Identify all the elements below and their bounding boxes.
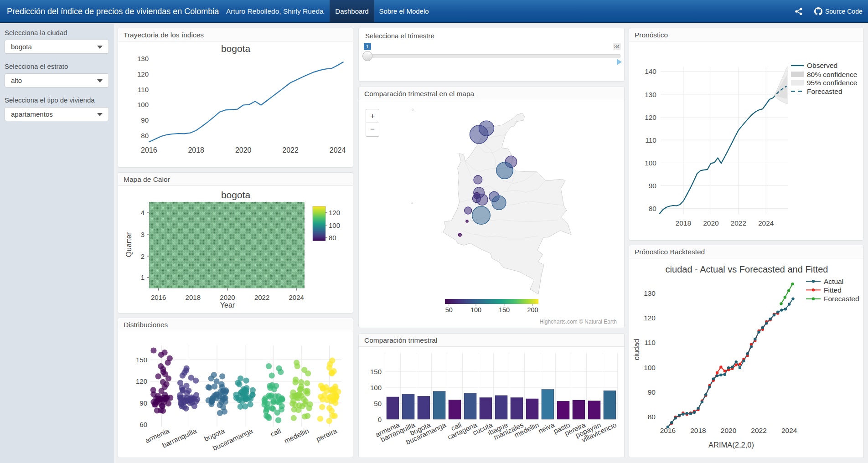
svg-text:50: 50 <box>445 306 453 314</box>
svg-text:80: 80 <box>141 132 149 139</box>
svg-text:2018: 2018 <box>690 427 706 434</box>
svg-text:120: 120 <box>137 70 149 78</box>
svg-text:2018: 2018 <box>676 219 691 227</box>
svg-text:80: 80 <box>649 205 657 212</box>
svg-text:50: 50 <box>374 400 382 407</box>
svg-text:2024: 2024 <box>289 293 304 301</box>
svg-text:2022: 2022 <box>731 219 746 227</box>
svg-text:2022: 2022 <box>254 293 269 301</box>
svg-text:90: 90 <box>649 182 657 190</box>
svg-text:0: 0 <box>378 416 382 423</box>
svg-text:100: 100 <box>329 221 340 229</box>
svg-text:120: 120 <box>329 209 340 216</box>
svg-text:2024: 2024 <box>330 146 346 154</box>
svg-text:2018: 2018 <box>186 293 201 301</box>
svg-text:2022: 2022 <box>751 427 766 434</box>
svg-text:2: 2 <box>141 252 145 260</box>
svg-text:Quarter: Quarter <box>125 232 133 257</box>
svg-text:Fitted: Fitted <box>824 286 842 294</box>
svg-text:2024: 2024 <box>758 219 774 227</box>
svg-text:Highcharts.com © Natural Earth: Highcharts.com © Natural Earth <box>539 319 617 325</box>
svg-text:medellin: medellin <box>283 427 310 445</box>
svg-text:110: 110 <box>138 86 149 93</box>
svg-text:2020: 2020 <box>235 146 252 154</box>
svg-text:80% confidence: 80% confidence <box>807 71 857 78</box>
svg-text:2020: 2020 <box>703 219 719 227</box>
svg-text:ARIMA(2,2,0): ARIMA(2,2,0) <box>708 441 754 449</box>
svg-text:Year: Year <box>220 301 235 309</box>
svg-text:Observed: Observed <box>807 62 837 69</box>
svg-text:Forecasted: Forecasted <box>807 87 842 95</box>
svg-text:2020: 2020 <box>220 293 235 301</box>
svg-text:2016: 2016 <box>141 146 157 154</box>
svg-text:120: 120 <box>645 113 656 121</box>
svg-text:130: 130 <box>644 289 656 297</box>
svg-text:90: 90 <box>140 399 147 407</box>
svg-text:100: 100 <box>137 101 149 108</box>
svg-text:Forecasted: Forecasted <box>824 295 859 303</box>
svg-text:130: 130 <box>137 55 149 62</box>
svg-text:95% confidence: 95% confidence <box>807 79 857 87</box>
svg-text:2024: 2024 <box>781 427 797 434</box>
svg-text:Actual: Actual <box>824 278 843 285</box>
svg-text:ciudad: ciudad <box>633 339 641 360</box>
svg-text:80: 80 <box>329 234 336 242</box>
svg-text:4: 4 <box>141 209 145 216</box>
svg-text:2016: 2016 <box>151 293 166 301</box>
svg-text:3: 3 <box>141 231 145 238</box>
svg-text:140: 140 <box>645 67 656 75</box>
svg-text:bogota: bogota <box>221 190 251 200</box>
svg-text:200: 200 <box>527 306 538 314</box>
svg-text:120: 120 <box>136 377 147 385</box>
svg-text:ciudad - Actual vs Forecasted: ciudad - Actual vs Forecasted and Fitted <box>666 264 828 274</box>
svg-text:130: 130 <box>645 91 656 98</box>
svg-text:110: 110 <box>644 339 656 346</box>
svg-text:1: 1 <box>141 273 145 281</box>
svg-text:pereira: pereira <box>315 427 338 443</box>
svg-text:150: 150 <box>370 368 382 376</box>
svg-text:110: 110 <box>645 136 656 144</box>
svg-text:2018: 2018 <box>188 146 204 154</box>
svg-text:90: 90 <box>648 388 656 396</box>
svg-text:60: 60 <box>140 421 147 428</box>
svg-text:bogota: bogota <box>221 43 251 54</box>
svg-text:80: 80 <box>648 413 656 421</box>
svg-text:150: 150 <box>136 356 147 364</box>
svg-text:cali: cali <box>269 427 282 438</box>
svg-text:120: 120 <box>644 314 656 322</box>
svg-text:90: 90 <box>141 116 149 124</box>
svg-text:2020: 2020 <box>721 427 737 434</box>
svg-text:100: 100 <box>370 384 382 391</box>
svg-text:100: 100 <box>644 364 656 371</box>
svg-text:100: 100 <box>470 306 481 314</box>
svg-text:100: 100 <box>645 159 656 167</box>
svg-text:150: 150 <box>499 306 510 314</box>
svg-text:2022: 2022 <box>282 146 299 154</box>
